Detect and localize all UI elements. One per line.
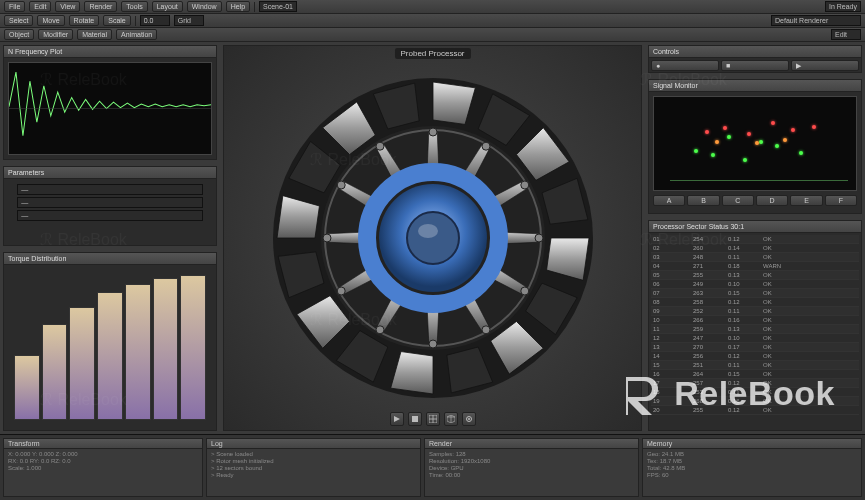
- menu-render[interactable]: Render: [84, 1, 117, 12]
- tool-scale[interactable]: Scale: [103, 15, 131, 26]
- scatter-tab-d[interactable]: D: [756, 195, 788, 206]
- grid-icon[interactable]: [426, 412, 440, 426]
- barchart[interactable]: [14, 275, 206, 420]
- tab-modifier[interactable]: Modifier: [38, 29, 73, 40]
- render-title: Render: [425, 439, 638, 449]
- tab-material[interactable]: Material: [77, 29, 112, 40]
- table-row[interactable]: 062490.10OK: [651, 280, 859, 289]
- scatter-tabs: A B C D E F: [653, 195, 857, 211]
- menu-layout[interactable]: Layout: [152, 1, 183, 12]
- play-icon[interactable]: [390, 412, 404, 426]
- table-row[interactable]: 092520.11OK: [651, 307, 859, 316]
- svg-point-43: [376, 142, 384, 150]
- menu-help[interactable]: Help: [226, 1, 250, 12]
- render-line: Device: GPU: [429, 465, 634, 471]
- bottom-bar: Transform X: 0.000 Y: 0.000 Z: 0.000 RX:…: [0, 434, 865, 500]
- log-line: > Ready: [211, 472, 416, 478]
- table-row[interactable]: 032480.11OK: [651, 253, 859, 262]
- viewport-column: Probed Processor: [220, 42, 645, 434]
- menu-bar: File Edit View Render Tools Layout Windo…: [0, 0, 865, 14]
- scatter-tab-f[interactable]: F: [825, 195, 857, 206]
- bar: [42, 324, 68, 420]
- svg-point-52: [468, 418, 470, 420]
- table-row[interactable]: 162640.15OK: [651, 370, 859, 379]
- snap-field[interactable]: Grid: [174, 15, 204, 26]
- table-row[interactable]: 182530.11OK: [651, 388, 859, 397]
- ctrl-button-3[interactable]: ▶: [791, 60, 859, 71]
- data-point: [799, 151, 803, 155]
- menu-edit[interactable]: Edit: [29, 1, 51, 12]
- scatter-chart[interactable]: [653, 96, 857, 191]
- table-row[interactable]: 112590.13OK: [651, 325, 859, 334]
- svg-point-29: [520, 287, 528, 295]
- scatter-tab-b[interactable]: B: [687, 195, 719, 206]
- tool-move[interactable]: Move: [37, 15, 64, 26]
- tool-rotate[interactable]: Rotate: [69, 15, 100, 26]
- data-point: [791, 128, 795, 132]
- tab-object[interactable]: Object: [4, 29, 34, 40]
- waveform-panel: N Frequency Plot: [3, 45, 217, 160]
- svg-point-48: [418, 224, 438, 238]
- data-point: [727, 135, 731, 139]
- table-row[interactable]: 072630.15OK: [651, 289, 859, 298]
- table-row[interactable]: 082580.12OK: [651, 298, 859, 307]
- table-row[interactable]: 132700.17OK: [651, 343, 859, 352]
- cube-icon[interactable]: [444, 412, 458, 426]
- ctrl-button-2[interactable]: ■: [721, 60, 789, 71]
- param-field-3[interactable]: —: [17, 210, 202, 221]
- table-row[interactable]: 122470.10OK: [651, 334, 859, 343]
- transform-line: RX: 0.0 RY: 0.0 RZ: 0.0: [8, 458, 198, 464]
- table-row[interactable]: 022600.14OK: [651, 244, 859, 253]
- ctrl-button-1[interactable]: ●: [651, 60, 719, 71]
- rotor-model[interactable]: [268, 73, 598, 403]
- menu-window[interactable]: Window: [187, 1, 222, 12]
- table-row[interactable]: 042710.18WARN: [651, 262, 859, 271]
- data-point: [715, 140, 719, 144]
- table-row[interactable]: 202550.12OK: [651, 406, 859, 415]
- controls-title: Controls: [649, 46, 861, 58]
- separator: [254, 2, 255, 12]
- table-row[interactable]: 192680.16OK: [651, 397, 859, 406]
- memory-line: FPS: 60: [647, 472, 857, 478]
- viewport-toolbar: [390, 412, 476, 426]
- mode-field[interactable]: Edit: [831, 29, 861, 40]
- log-line: > Rotor mesh initialized: [211, 458, 416, 464]
- table-row[interactable]: 012540.12OK: [651, 235, 859, 244]
- render-line: Samples: 128: [429, 451, 634, 457]
- table-row[interactable]: 152510.11OK: [651, 361, 859, 370]
- menu-tools[interactable]: Tools: [121, 1, 147, 12]
- params-title: Parameters: [4, 167, 216, 179]
- table-row[interactable]: 052550.13OK: [651, 271, 859, 280]
- log-panel: Log > Scene loaded > Rotor mesh initiali…: [206, 438, 421, 497]
- gear-icon[interactable]: [462, 412, 476, 426]
- menu-file[interactable]: File: [4, 1, 25, 12]
- stop-icon[interactable]: [408, 412, 422, 426]
- renderer-field[interactable]: Default Renderer: [771, 15, 861, 26]
- tab-animation[interactable]: Animation: [116, 29, 157, 40]
- scatter-tab-c[interactable]: C: [722, 195, 754, 206]
- data-table[interactable]: 012540.12OK022600.14OK032480.11OK042710.…: [651, 235, 859, 428]
- scatter-tab-e[interactable]: E: [790, 195, 822, 206]
- toolbar-mode: Object Modifier Material Animation Edit: [0, 28, 865, 42]
- table-row[interactable]: 142560.12OK: [651, 352, 859, 361]
- status-field: In Ready: [825, 1, 861, 12]
- param-field-2[interactable]: —: [17, 197, 202, 208]
- table-row[interactable]: 172570.12OK: [651, 379, 859, 388]
- log-title: Log: [207, 439, 420, 449]
- waveform-chart[interactable]: [8, 62, 212, 155]
- bar: [180, 275, 206, 420]
- param-field-1[interactable]: —: [17, 184, 202, 195]
- tool-select[interactable]: Select: [4, 15, 33, 26]
- scene-field[interactable]: Scene-01: [259, 1, 297, 12]
- waveform-title: N Frequency Plot: [4, 46, 216, 58]
- data-point: [694, 149, 698, 153]
- scatter-tab-a[interactable]: A: [653, 195, 685, 206]
- menu-view[interactable]: View: [55, 1, 80, 12]
- scatter-title: Signal Monitor: [649, 80, 861, 92]
- coord-field[interactable]: 0.0: [140, 15, 170, 26]
- table-row[interactable]: 102660.16OK: [651, 316, 859, 325]
- render-panel: Render Samples: 128 Resolution: 1920x108…: [424, 438, 639, 497]
- svg-point-41: [337, 181, 345, 189]
- viewport[interactable]: Probed Processor: [224, 46, 641, 430]
- memory-line: Geo: 24.1 MB: [647, 451, 857, 457]
